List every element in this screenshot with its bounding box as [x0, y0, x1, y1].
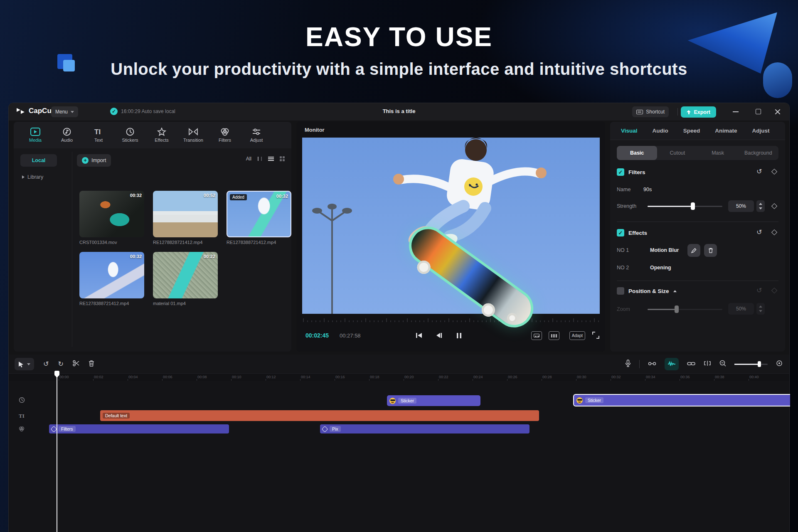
filter-clip[interactable]: Filters [49, 424, 229, 433]
media-item[interactable]: 00:52 RE1278828721412.mp4 [153, 191, 218, 245]
tab-visual[interactable]: Visual [621, 128, 638, 134]
fullscreen-icon[interactable] [592, 332, 599, 339]
effect-clip-pix[interactable]: Pix [320, 424, 530, 433]
position-size-checkbox[interactable]: ✓ [617, 287, 624, 295]
subtab-cutout[interactable]: Cutout [657, 146, 697, 160]
filter-icon [322, 426, 328, 432]
tab-text[interactable]: TI Text [83, 128, 114, 143]
filters-checkbox[interactable]: ✓ [617, 168, 624, 176]
tab-effects[interactable]: Effects [146, 128, 177, 143]
playhead-handle[interactable] [54, 371, 59, 376]
zoom-slider-inspector[interactable] [648, 309, 722, 310]
media-thumbnail[interactable]: 00:32 [79, 252, 144, 298]
effect-edit-button[interactable] [687, 244, 700, 257]
media-thumbnail[interactable]: 00:52 [153, 191, 218, 237]
media-filename: material 01.mp4 [153, 301, 218, 306]
media-item[interactable]: 00:32 RE1278388721412.mp4 [79, 252, 144, 306]
magnet-button[interactable] [648, 360, 656, 368]
skip-start-button[interactable] [414, 330, 424, 340]
tab-media[interactable]: Media [20, 128, 51, 143]
waveform-button[interactable] [549, 331, 559, 340]
tab-audio-insp[interactable]: Audio [653, 128, 668, 134]
tab-audio[interactable]: Audio [51, 128, 83, 143]
undo-button[interactable]: ↺ [43, 361, 49, 367]
caption-button[interactable] [531, 331, 542, 340]
effects-checkbox[interactable]: ✓ [617, 229, 624, 236]
monitor-panel: Monitor [296, 122, 605, 352]
filter-all-dropdown[interactable]: All [246, 156, 251, 162]
strength-keyframe-icon[interactable] [771, 203, 777, 209]
strength-stepper[interactable] [756, 200, 765, 212]
tab-animate[interactable]: Animate [715, 128, 737, 134]
minimize-button[interactable] [733, 111, 739, 112]
media-source-library[interactable]: Library [22, 174, 43, 180]
timeline-tools-right [625, 358, 783, 370]
list-view-icon[interactable] [268, 157, 274, 161]
shortcut-button[interactable]: Shortcut [632, 106, 669, 117]
media-filename: RE1278388721412.mp4 [79, 301, 144, 306]
sort-icon[interactable] [257, 156, 262, 161]
text-track-icon: TI [19, 413, 25, 419]
preview-axis-button[interactable] [704, 360, 711, 368]
timeline-ruler[interactable]: 00:0000:0200:0400:0600:0800:1000:1200:14… [9, 374, 789, 381]
sticker-clip[interactable]: Sticker [387, 395, 480, 406]
position-reset-icon[interactable]: ↺ [756, 287, 762, 294]
tab-adjust-insp[interactable]: Adjust [752, 128, 770, 134]
media-source-local[interactable]: Local [20, 154, 57, 167]
redo-button[interactable]: ↻ [58, 361, 63, 367]
zoom-stepper[interactable] [756, 303, 765, 315]
voiceover-button[interactable] [625, 360, 631, 369]
titlebar: CapCut Menu ✓ 16:00:29 Auto save local T… [9, 103, 789, 121]
grid-view-icon[interactable] [280, 156, 285, 161]
media-item[interactable]: 00:22 material 01.mp4 [153, 252, 218, 306]
plus-icon: + [82, 157, 89, 164]
media-thumbnail[interactable]: Added 00:32 [227, 191, 291, 237]
collapse-arrow-icon[interactable] [673, 290, 677, 292]
sticker-clip-selected[interactable]: Sticker [573, 394, 790, 406]
tab-filters[interactable]: Filters [209, 128, 241, 143]
maximize-button[interactable] [756, 109, 761, 114]
tab-speed[interactable]: Speed [683, 128, 700, 134]
delete-button[interactable] [89, 360, 94, 368]
zoom-out-button[interactable] [719, 360, 726, 368]
tab-transition[interactable]: Transition [177, 128, 209, 143]
effect-row-name: Motion Blur [650, 247, 679, 253]
auto-snap-button[interactable] [665, 358, 679, 370]
adapt-button[interactable]: Adapt [569, 331, 585, 340]
effect-delete-button[interactable] [704, 244, 717, 257]
text-clip[interactable]: Default text [100, 410, 539, 421]
close-button[interactable] [774, 108, 781, 115]
effects-keyframe-icon[interactable] [771, 229, 777, 235]
zoom-in-button[interactable] [776, 360, 783, 368]
position-keyframe-icon[interactable] [771, 288, 777, 293]
filters-keyframe-icon[interactable] [771, 169, 777, 175]
cursor-icon [18, 361, 24, 367]
tab-stickers[interactable]: Stickers [114, 128, 146, 143]
effects-reset-icon[interactable]: ↺ [756, 229, 762, 236]
tab-adjust[interactable]: Adjust [241, 128, 272, 143]
strength-slider[interactable] [648, 206, 722, 207]
subtab-basic[interactable]: Basic [617, 146, 657, 160]
project-title: This is a title [9, 108, 789, 114]
subtab-mask[interactable]: Mask [698, 146, 738, 160]
timeline-zoom-slider[interactable] [734, 364, 768, 365]
split-button[interactable] [73, 360, 79, 368]
media-item[interactable]: 00:32 CRST001334.mov [79, 191, 144, 245]
media-thumbnail[interactable]: 00:32 [79, 191, 144, 237]
preview-scrub-ruler[interactable] [302, 317, 600, 323]
section-divider [617, 281, 778, 281]
pause-button[interactable] [453, 330, 464, 340]
export-button[interactable]: Export [681, 106, 716, 118]
link-button[interactable] [687, 360, 695, 368]
import-button[interactable]: + Import [77, 154, 111, 167]
effects-section-header: ✓ Effects [617, 229, 647, 236]
step-back-button[interactable] [433, 330, 444, 340]
media-item-selected[interactable]: Added 00:32 RE1278388721412.mp4 [227, 191, 291, 245]
effect-row-name: Opening [650, 265, 671, 271]
toolbar-divider [639, 360, 640, 368]
filters-reset-icon[interactable]: ↺ [756, 168, 762, 175]
media-thumbnail[interactable]: 00:22 [153, 252, 218, 298]
subtab-background[interactable]: Background [738, 146, 778, 160]
playhead[interactable] [57, 372, 57, 532]
select-tool-button[interactable] [15, 358, 34, 370]
